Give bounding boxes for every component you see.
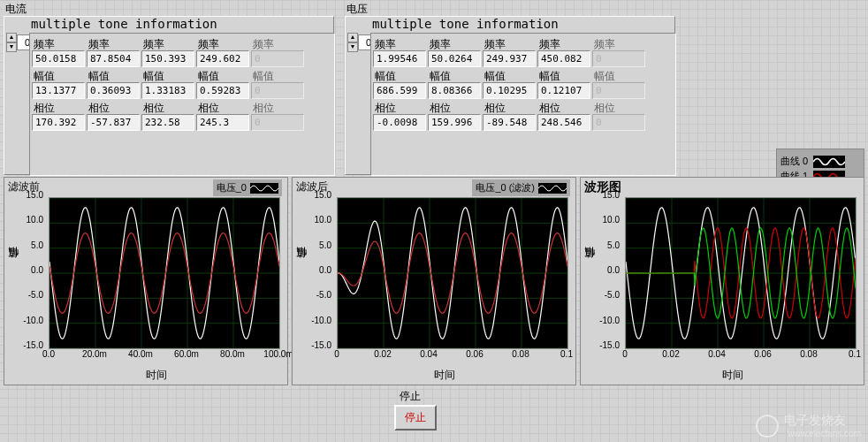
amp-value[interactable]: 0.36093 <box>87 82 140 99</box>
stop-button[interactable]: 停止 <box>394 405 437 431</box>
watermark-text: 电子发烧友 <box>784 413 861 429</box>
phase-value[interactable]: 232.58 <box>141 114 194 131</box>
amp-label: 幅值 <box>32 67 85 82</box>
y-tick: 10.0 <box>17 215 43 225</box>
tone-column: 频率249.602幅值0.59283相位245.3 <box>196 35 249 131</box>
voltage-panel: multiple tone information ▲▼ 频率1.99546幅值… <box>345 16 675 175</box>
legend-item[interactable]: 曲线 0 <box>780 155 860 168</box>
phase-label: 相位 <box>141 99 194 114</box>
freq-label: 频率 <box>428 35 481 50</box>
y-tick: 5.0 <box>593 240 620 250</box>
phase-value[interactable]: 0 <box>592 114 645 131</box>
freq-value[interactable]: 150.393 <box>141 50 194 67</box>
freq-value[interactable]: 249.602 <box>196 50 249 67</box>
chart-left-xlabel: 时间 <box>146 368 167 383</box>
chart-left-legend: 电压_0 <box>213 179 282 196</box>
tone-column: 频率249.937幅值0.10295相位-89.548 <box>483 35 536 131</box>
chart-right-plot[interactable] <box>625 197 857 349</box>
spin-down-icon[interactable]: ▼ <box>347 42 358 52</box>
x-tick: 0 <box>622 349 628 359</box>
x-tick: 0.08 <box>800 349 817 359</box>
freq-value[interactable]: 450.082 <box>537 50 590 67</box>
chart-left-legend-label: 电压_0 <box>217 181 247 194</box>
y-tick: -10.0 <box>305 316 331 325</box>
x-tick: 60.0m <box>174 349 199 359</box>
phase-label: 相位 <box>483 99 536 114</box>
chart-right-xlabel: 时间 <box>722 368 743 383</box>
y-tick: -10.0 <box>17 316 43 325</box>
freq-label: 频率 <box>373 35 426 50</box>
spin-up-icon[interactable]: ▲ <box>347 33 358 42</box>
x-tick: 0.04 <box>420 349 437 359</box>
amp-value[interactable]: 0.10295 <box>483 82 536 99</box>
amp-value[interactable]: 0 <box>251 82 304 99</box>
freq-value[interactable]: 50.0158 <box>32 50 85 67</box>
freq-value[interactable]: 50.0264 <box>428 50 481 67</box>
current-title: 电流 <box>5 2 27 17</box>
y-tick: 15.0 <box>17 190 43 200</box>
amp-value[interactable]: 0.59283 <box>196 82 249 99</box>
amp-value[interactable]: 0.12107 <box>537 82 590 99</box>
freq-label: 频率 <box>483 35 536 50</box>
freq-value[interactable]: 0 <box>251 50 304 67</box>
tone-column: 频率1.99546幅值686.599相位-0.0098 <box>373 35 426 131</box>
phase-label: 相位 <box>196 99 249 114</box>
freq-value[interactable]: 87.8504 <box>87 50 140 67</box>
spin-up-icon[interactable]: ▲ <box>6 33 17 42</box>
phase-label: 相位 <box>251 99 304 114</box>
phase-value[interactable]: 0 <box>251 114 304 131</box>
tone-column: 频率50.0264幅值8.08366相位159.996 <box>428 35 481 131</box>
voltage-cols: 频率1.99546幅值686.599相位-0.0098频率50.0264幅值8.… <box>370 33 676 176</box>
x-tick: 0.06 <box>754 349 771 359</box>
phase-value[interactable]: 159.996 <box>428 114 481 131</box>
tone-column: 频率0幅值0相位0 <box>592 35 645 131</box>
freq-value[interactable]: 0 <box>592 50 645 67</box>
spin-down-icon[interactable]: ▼ <box>6 42 17 52</box>
y-tick: -10.0 <box>593 316 620 325</box>
phase-value[interactable]: 245.3 <box>196 114 249 131</box>
x-tick: 80.0m <box>220 349 245 359</box>
legend-label: 曲线 0 <box>780 155 808 168</box>
voltage-title: 电压 <box>346 2 368 17</box>
amp-label: 幅值 <box>428 67 481 82</box>
tone-title-voltage: multiple tone information <box>372 17 674 31</box>
y-tick: 5.0 <box>17 240 43 250</box>
phase-value[interactable]: 248.546 <box>537 114 590 131</box>
current-cols: 频率50.0158幅值13.1377相位170.392频率87.8504幅值0.… <box>29 33 335 176</box>
y-tick: 15.0 <box>305 190 331 200</box>
stop-label: 停止 <box>400 389 421 404</box>
amp-label: 幅值 <box>87 67 140 82</box>
logo-icon <box>756 415 779 438</box>
freq-value[interactable]: 249.937 <box>483 50 536 67</box>
phase-value[interactable]: -57.837 <box>87 114 140 131</box>
chart-left: 滤波前 电压_0 幅值 时间 -15.0-10.0-5.00.05.010.01… <box>4 177 288 385</box>
amp-value[interactable]: 0 <box>592 82 645 99</box>
amp-label: 幅值 <box>196 67 249 82</box>
phase-label: 相位 <box>87 99 140 114</box>
chart-right: 波形图 幅值 时间 -15.0-10.0-5.00.05.010.015.000… <box>580 177 864 385</box>
tone-column: 频率50.0158幅值13.1377相位170.392 <box>32 35 85 131</box>
x-tick: 0.04 <box>708 349 725 359</box>
phase-value[interactable]: 170.392 <box>32 114 85 131</box>
wave-icon <box>250 183 278 194</box>
amp-value[interactable]: 8.08366 <box>428 82 481 99</box>
watermark: 电子发烧友 www.elecfans.com <box>756 413 861 438</box>
phase-value[interactable]: -89.548 <box>483 114 536 131</box>
amp-label: 幅值 <box>141 67 194 82</box>
chart-mid-legend-label: 电压_0 (滤波) <box>476 181 535 194</box>
phase-label: 相位 <box>592 99 645 114</box>
amp-value[interactable]: 686.599 <box>373 82 426 99</box>
y-tick: 10.0 <box>305 215 331 225</box>
chart-left-plot[interactable] <box>49 197 280 349</box>
amp-value[interactable]: 1.33183 <box>141 82 194 99</box>
phase-value[interactable]: -0.0098 <box>373 114 426 131</box>
y-tick: -15.0 <box>305 340 331 350</box>
amp-label: 幅值 <box>483 67 536 82</box>
x-tick: 0 <box>334 349 339 359</box>
x-tick: 100.0m <box>263 349 293 359</box>
freq-label: 频率 <box>196 35 249 50</box>
freq-value[interactable]: 1.99546 <box>373 50 426 67</box>
chart-mid-plot[interactable] <box>337 197 568 349</box>
wave-icon <box>538 183 567 194</box>
amp-value[interactable]: 13.1377 <box>32 82 85 99</box>
